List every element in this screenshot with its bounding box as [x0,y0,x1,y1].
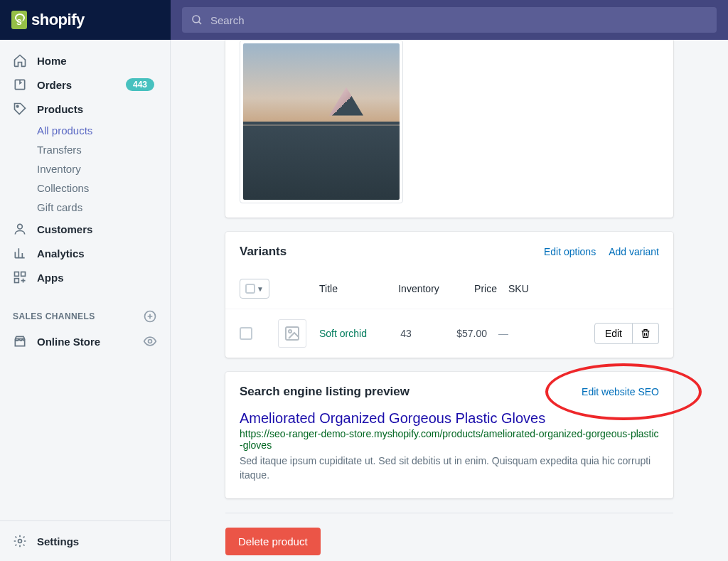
nav-apps-label: Apps [37,272,64,284]
col-sku: SKU [497,283,540,294]
nav-home[interactable]: Home [0,48,170,73]
orders-icon [13,78,27,92]
svg-point-9 [149,340,152,343]
variant-delete-button[interactable] [633,323,659,344]
svg-point-4 [18,224,23,229]
analytics-icon [13,246,27,260]
seo-title: Ameliorated Organized Gorgeous Plastic G… [240,410,659,427]
add-variant-link[interactable]: Add variant [609,246,659,257]
variant-checkbox[interactable] [240,327,252,340]
select-all-variants[interactable]: ▼ [240,279,269,299]
online-store-label: Online Store [37,336,100,348]
trash-icon [640,328,651,339]
home-icon [13,53,27,68]
edit-options-link[interactable]: Edit options [544,246,596,257]
nav-all-products[interactable]: All products [37,121,170,140]
caret-down-icon: ▼ [257,285,264,293]
product-image[interactable] [240,40,403,203]
nav-settings[interactable]: Settings [0,521,170,561]
svg-point-10 [18,540,22,543]
nav-analytics[interactable]: Analytics [0,241,170,265]
nav-gift-cards[interactable]: Gift cards [37,198,170,217]
media-panel [225,40,673,218]
checkbox-icon [245,284,255,294]
view-store-icon[interactable] [143,334,157,348]
nav-products[interactable]: Products [0,97,170,121]
nav-orders[interactable]: Orders 443 [0,73,170,97]
svg-rect-11 [286,327,299,340]
variant-row[interactable]: Soft orchid 43 $57.00 — Edit [225,309,673,358]
col-title: Title [319,283,383,294]
variant-title[interactable]: Soft orchid [319,328,370,339]
add-channel-icon[interactable] [143,309,157,324]
store-icon [13,334,27,348]
seo-panel-title: Search engine listing preview [240,385,582,399]
svg-line-1 [198,21,201,24]
delete-product-button[interactable]: Delete product [225,528,321,555]
variant-price: $57.00 [441,328,487,339]
customers-icon [13,222,27,236]
nav-analytics-label: Analytics [37,247,85,260]
mountain-photo [243,43,400,200]
nav-apps[interactable]: Apps [0,265,170,289]
svg-rect-7 [15,279,19,283]
search-icon [191,14,203,26]
divider [225,513,673,513]
variant-inventory: 43 [370,328,441,339]
apps-icon [13,270,27,284]
search-bar[interactable] [182,7,717,33]
svg-point-12 [289,330,291,333]
variant-sku: — [487,328,530,339]
svg-rect-5 [15,272,19,277]
col-price: Price [454,283,497,294]
nav-collections[interactable]: Collections [37,178,170,198]
nav-transfers[interactable]: Transfers [37,140,170,159]
seo-url: https://seo-ranger-demo-store.myshopify.… [240,428,659,451]
gear-icon [13,534,27,548]
shopify-logo: shopify [11,11,85,29]
svg-point-0 [193,16,200,23]
seo-description: Sed itaque ipsum cupiditate ut. Sed sit … [240,454,659,483]
search-input[interactable] [210,14,708,26]
nav-inventory[interactable]: Inventory [37,159,170,178]
nav-customers-label: Customers [37,223,92,235]
products-icon [13,102,27,116]
col-inventory: Inventory [383,283,454,294]
edit-seo-link[interactable]: Edit website SEO [582,386,659,397]
nav-products-label: Products [37,103,83,115]
logo-bag-icon [11,11,27,29]
variant-edit-button[interactable]: Edit [594,323,633,344]
nav-orders-label: Orders [37,79,72,91]
seo-panel: Search engine listing preview Edit websi… [225,372,673,498]
nav-home-label: Home [37,55,67,67]
logo-text: shopify [31,11,85,29]
settings-label: Settings [37,535,79,547]
variant-image-placeholder[interactable] [278,319,306,348]
svg-point-3 [16,105,18,107]
sales-channels-title: SALES CHANNELS [13,311,143,321]
nav-customers[interactable]: Customers [0,217,170,241]
orders-badge: 443 [126,78,154,91]
nav-online-store[interactable]: Online Store [0,329,170,353]
variants-title: Variants [240,245,531,259]
svg-rect-6 [21,272,26,277]
variants-panel: Variants Edit options Add variant ▼ Titl… [225,232,673,358]
